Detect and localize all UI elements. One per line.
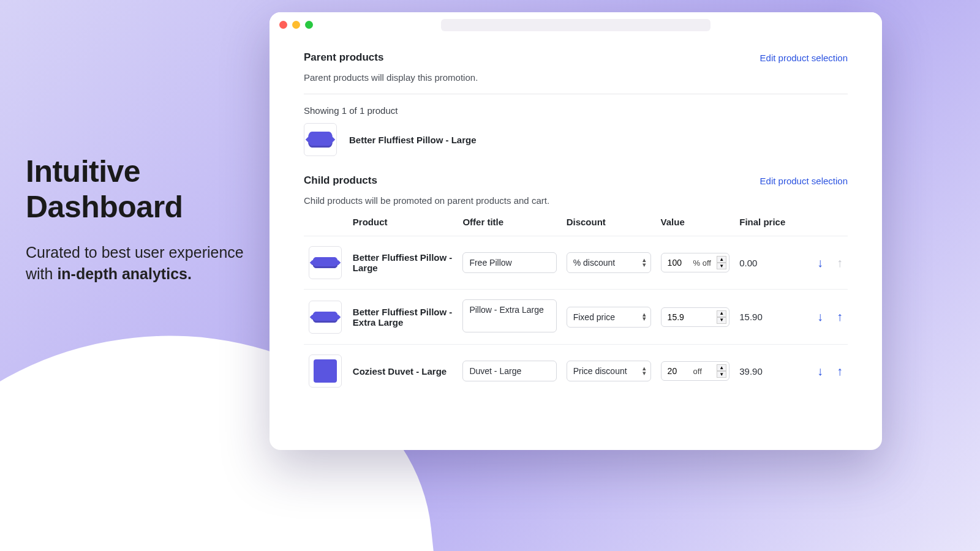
value-stepper: ▲ ▼ — [717, 310, 726, 324]
step-down-button[interactable]: ▼ — [717, 317, 726, 324]
value-input-group: ▲ ▼ — [661, 307, 730, 327]
window-titlebar — [270, 12, 882, 38]
move-up-icon[interactable]: ↑ — [837, 364, 843, 378]
value-input[interactable] — [668, 312, 690, 322]
step-up-button[interactable]: ▲ — [717, 364, 726, 371]
value-input[interactable] — [668, 366, 690, 376]
content-area: Parent products Edit product selection P… — [270, 38, 882, 397]
value-stepper: ▲ ▼ — [717, 256, 726, 269]
value-input-group: off ▲ ▼ — [661, 361, 730, 381]
product-thumb — [309, 246, 342, 279]
offer-title-input[interactable]: Pillow - Extra Large — [462, 299, 556, 332]
child-product-row: Coziest Duvet - Large Price discount ▴▾ … — [304, 345, 848, 398]
offer-title-input[interactable] — [462, 361, 556, 381]
app-window: Parent products Edit product selection P… — [270, 12, 882, 450]
child-product-row: Better Fluffiest Pillow - Extra Large Pi… — [304, 290, 848, 345]
final-price: 15.90 — [734, 290, 791, 345]
edit-parent-selection-link[interactable]: Edit product selection — [760, 53, 848, 63]
edit-child-selection-link[interactable]: Edit product selection — [760, 176, 848, 186]
minimize-icon[interactable] — [292, 21, 300, 29]
col-discount: Discount — [562, 209, 656, 236]
product-name: Coziest Duvet - Large — [353, 366, 453, 377]
promo-headline: Intuitive Dashboard — [26, 154, 246, 225]
parent-product-row: Better Fluffiest Pillow - Large — [304, 116, 848, 163]
offer-title-input[interactable] — [462, 252, 556, 273]
move-down-icon[interactable]: ↓ — [817, 310, 823, 324]
discount-select[interactable]: Fixed price — [567, 307, 651, 328]
step-down-button[interactable]: ▼ — [717, 371, 726, 378]
product-thumb — [304, 123, 337, 156]
step-up-button[interactable]: ▲ — [717, 256, 726, 263]
parent-showing-count: Showing 1 of 1 product — [304, 105, 848, 116]
step-up-button[interactable]: ▲ — [717, 310, 726, 317]
value-input-group: % off ▲ ▼ — [661, 253, 730, 272]
move-up-icon[interactable]: ↑ — [837, 310, 843, 324]
child-products-desc: Child products will be promoted on paren… — [304, 195, 848, 206]
col-final: Final price — [734, 209, 791, 236]
col-value: Value — [656, 209, 735, 236]
traffic-lights — [279, 21, 313, 29]
value-unit: % off — [693, 258, 714, 268]
promo-subtext: Curated to best user experience with in-… — [26, 242, 246, 285]
parent-products-desc: Parent products will display this promot… — [304, 72, 848, 83]
promo-copy: Intuitive Dashboard Curated to best user… — [26, 154, 246, 285]
child-products-title: Child products — [304, 174, 377, 187]
discount-select[interactable]: % discount — [567, 252, 651, 273]
child-products-table: Product Offer title Discount Value Final… — [304, 209, 848, 397]
move-down-icon[interactable]: ↓ — [817, 364, 823, 378]
product-name: Better Fluffiest Pillow - Extra Large — [353, 307, 453, 328]
value-input[interactable] — [668, 258, 690, 268]
col-offer: Offer title — [458, 209, 561, 236]
child-product-row: Better Fluffiest Pillow - Large % discou… — [304, 236, 848, 290]
discount-select[interactable]: Price discount — [567, 361, 651, 381]
move-up-icon: ↑ — [837, 256, 843, 270]
value-unit: off — [693, 367, 714, 376]
address-bar[interactable] — [441, 19, 710, 31]
value-stepper: ▲ ▼ — [717, 364, 726, 378]
close-icon[interactable] — [279, 21, 287, 29]
product-thumb — [309, 354, 342, 388]
product-name: Better Fluffiest Pillow - Large — [353, 252, 453, 273]
product-thumb — [309, 301, 342, 334]
move-down-icon[interactable]: ↓ — [817, 256, 823, 270]
parent-products-title: Parent products — [304, 51, 383, 64]
step-down-button[interactable]: ▼ — [717, 263, 726, 269]
zoom-icon[interactable] — [305, 21, 313, 29]
final-price: 39.90 — [734, 345, 791, 398]
divider — [304, 94, 848, 94]
final-price: 0.00 — [734, 236, 791, 290]
col-product: Product — [348, 209, 458, 236]
product-name: Better Fluffiest Pillow - Large — [349, 135, 477, 145]
